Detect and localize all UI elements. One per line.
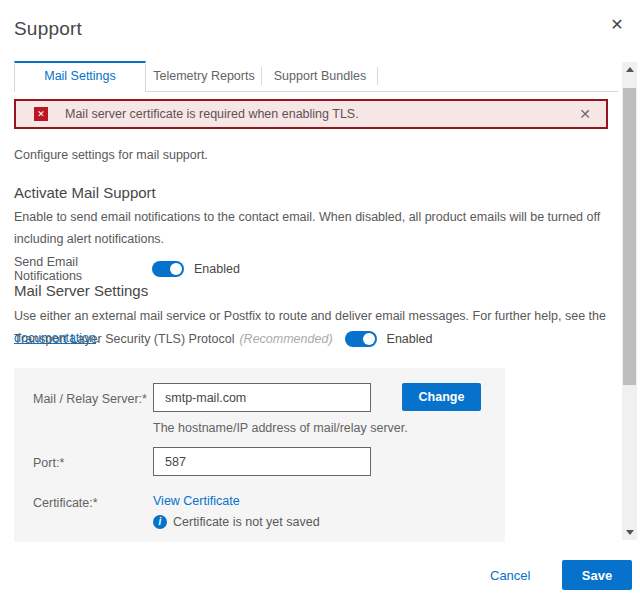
dialog-title: Support: [14, 18, 82, 40]
support-dialog: Support ✕ Mail Settings Telemetry Report…: [0, 0, 640, 597]
certificate-label: Certificate:*: [33, 496, 98, 510]
send-email-notifications-row: Send Email Notifications Enabled: [14, 255, 240, 283]
error-dismiss-icon[interactable]: ✕: [576, 105, 594, 123]
tls-protocol-row: Transport Layer Security (TLS) Protocol …: [14, 331, 432, 347]
send-email-notifications-toggle[interactable]: [152, 261, 184, 277]
port-label: Port:*: [33, 456, 64, 470]
mail-relay-server-label: Mail / Relay Server:*: [33, 392, 147, 406]
activate-mail-support-description: Enable to send email notifications to th…: [14, 206, 614, 250]
send-email-notifications-label: Send Email Notifications: [14, 255, 146, 283]
triangle-up-icon: [626, 67, 634, 72]
intro-text: Configure settings for mail support.: [14, 148, 208, 162]
error-message: Mail server certificate is required when…: [65, 107, 359, 121]
certificate-note-text: Certificate is not yet saved: [173, 515, 320, 529]
view-certificate-link[interactable]: View Certificate: [153, 494, 240, 508]
tab-support-bundles[interactable]: Support Bundles: [262, 61, 378, 91]
tab-bar: Mail Settings Telemetry Reports Support …: [14, 61, 618, 92]
mail-relay-server-help: The hostname/IP address of mail/relay se…: [153, 421, 408, 435]
cancel-button[interactable]: Cancel: [490, 568, 530, 583]
scrollbar-thumb[interactable]: [623, 88, 636, 385]
error-banner: ✕ Mail server certificate is required wh…: [14, 99, 608, 129]
error-icon: ✕: [34, 107, 48, 121]
tab-telemetry-reports[interactable]: Telemetry Reports: [146, 61, 262, 91]
change-button[interactable]: Change: [402, 383, 481, 411]
dialog-close-icon[interactable]: ✕: [606, 14, 628, 36]
tls-recommended-note: (Recommended): [239, 332, 332, 346]
save-button[interactable]: Save: [562, 560, 632, 590]
mail-server-settings-heading: Mail Server Settings: [14, 282, 148, 299]
vertical-scrollbar[interactable]: [622, 62, 637, 540]
tls-protocol-label: Transport Layer Security (TLS) Protocol: [14, 332, 234, 346]
activate-mail-support-heading: Activate Mail Support: [14, 184, 156, 201]
description-text: Use either an external mail service or P…: [14, 309, 606, 323]
tls-protocol-state: Enabled: [387, 332, 433, 346]
certificate-note-row: i Certificate is not yet saved: [153, 515, 320, 529]
tls-protocol-toggle[interactable]: [345, 331, 377, 347]
port-input[interactable]: [153, 447, 371, 476]
mail-server-form-panel: Mail / Relay Server:* Change The hostnam…: [14, 368, 505, 542]
toggle-knob: [363, 333, 375, 345]
scroll-up-icon[interactable]: [622, 62, 637, 77]
send-email-notifications-state: Enabled: [194, 262, 240, 276]
toggle-knob: [170, 263, 182, 275]
info-icon: i: [153, 515, 167, 529]
triangle-down-icon: [626, 530, 634, 535]
mail-relay-server-input[interactable]: [153, 383, 371, 412]
tab-mail-settings[interactable]: Mail Settings: [14, 61, 146, 92]
scroll-down-icon[interactable]: [622, 525, 637, 540]
